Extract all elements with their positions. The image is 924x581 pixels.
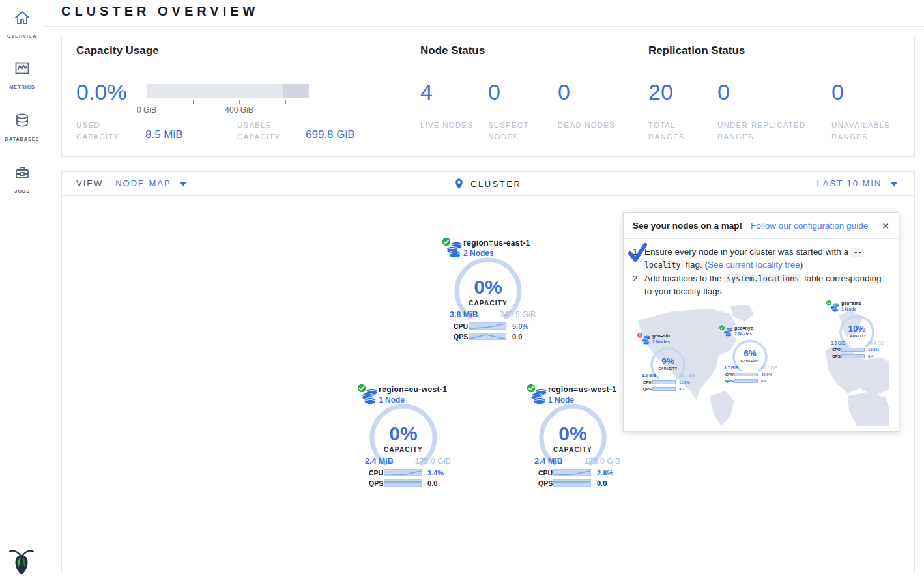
usable-capacity-value: 699.8 GiB: [306, 128, 355, 141]
preview-capacity-percent: 10%: [826, 324, 888, 333]
cpu-label: CPU: [725, 373, 734, 376]
step-text-part: flag. (: [683, 260, 708, 270]
preview-capacity-total: 34.4 GiB: [868, 341, 884, 345]
sidebar-item-metrics[interactable]: METRICS: [0, 60, 44, 91]
preview-capacity-percent: 9%: [637, 356, 699, 366]
node-map-area: region=us-east-1 2 Nodes 0% CAPACITY 3.8…: [62, 196, 914, 573]
cpu-label: CPU: [538, 469, 553, 477]
qps-sparkline: [734, 379, 758, 383]
node-map-region-card[interactable]: region=us-east-1 2 Nodes 0% CAPACITY 3.8…: [433, 236, 543, 347]
cockroachdb-logo[interactable]: [9, 547, 34, 576]
popup-steps: 1. Ensure every node in your cluster was…: [624, 239, 899, 298]
region-nodes-icon: [723, 327, 733, 337]
node-map-region-card[interactable]: region=us-west-1 1 Node 0% CAPACITY 2.4 …: [517, 383, 628, 494]
databases-icon: [14, 112, 31, 129]
step-text: Add locations to the system.locations ta…: [644, 272, 889, 299]
cpu-sparkline: [652, 380, 676, 384]
capacity-gauge-percent: 0%: [433, 276, 543, 298]
cpu-sparkline: [734, 373, 758, 376]
step-done-check-icon: [627, 242, 648, 263]
capacity-used: 3.8 MiB: [450, 310, 478, 319]
qps-label: QPS: [369, 479, 383, 487]
sidebar-item-label: JOBS: [14, 188, 30, 194]
page-title: CLUSTER OVERVIEW: [61, 4, 259, 19]
close-icon[interactable]: ✕: [882, 221, 889, 231]
preview-region-name: geo=nyc: [734, 326, 753, 330]
region-name: region=eu-west-1: [379, 385, 447, 394]
cpu-value: 3.4%: [427, 469, 444, 477]
cpu-sparkline: [469, 322, 506, 330]
unavailable-ranges-value: 0: [831, 79, 844, 105]
qps-value: 0.0: [512, 333, 522, 341]
step-text-part: Ensure every node in your cluster was st…: [644, 247, 851, 257]
qps-label: QPS: [725, 379, 734, 383]
preview-capacity-used: 3.6 GiB: [831, 341, 845, 345]
suspect-nodes-value: 0: [488, 79, 500, 105]
qps-label: QPS: [454, 333, 468, 341]
qps-label: QPS: [643, 387, 652, 391]
qps-sparkline: [553, 479, 591, 487]
sidebar-item-overview[interactable]: OVERVIEW: [0, 9, 44, 40]
time-range-selector[interactable]: LAST 10 MIN: [817, 178, 897, 188]
node-map-region-card[interactable]: region=eu-west-1 1 Node 0% CAPACITY 2.4 …: [348, 383, 459, 494]
popup-step-2: 2. Add locations to the system.locations…: [633, 272, 889, 299]
preview-region-nodes: 1 Node: [841, 307, 856, 311]
preview-capacity-label: CAPACITY: [719, 360, 781, 363]
popup-title: See your nodes on a map!: [633, 221, 742, 231]
node-map-config-popup: See your nodes on a map! Follow our conf…: [623, 212, 899, 432]
capacity-usage-title: Capacity Usage: [76, 44, 159, 57]
preview-capacity-used: 3.7 GiB: [724, 365, 738, 370]
sidebar-item-label: METRICS: [9, 84, 35, 90]
region-name: region=us-east-1: [463, 238, 530, 248]
live-nodes-value: 4: [420, 79, 433, 105]
qps-value: 4.7: [679, 387, 684, 391]
popup-header: See your nodes on a map! Follow our conf…: [624, 213, 899, 239]
cpu-value: 5.0%: [512, 322, 528, 330]
used-capacity-value: 8.5 MiB: [145, 128, 183, 141]
configuration-guide-link[interactable]: Follow our configuration guide: [751, 221, 868, 231]
unavailable-ranges-label: UNAVAILABLE RANGES: [831, 119, 910, 143]
popup-step-1: 1. Ensure every node in your cluster was…: [633, 246, 889, 272]
cpu-label: CPU: [832, 348, 841, 352]
region-nodes-icon: [641, 335, 651, 345]
time-range-label: LAST 10 MIN: [817, 178, 882, 188]
dead-nodes-label: DEAD NODES: [558, 119, 616, 131]
under-replicated-ranges-value: 0: [717, 79, 730, 105]
example-node-map-preview: geo=sfo 2 Nodes 9% CAPACITY 3.2 GiB 35.1…: [633, 305, 889, 426]
step-number: 2.: [633, 272, 644, 299]
capacity-gauge-percent: 0%: [348, 423, 459, 445]
capacity-used: 2.4 MiB: [534, 457, 563, 466]
capacity-bar: [147, 84, 309, 98]
locality-tree-link[interactable]: See current locality tree: [708, 260, 800, 270]
under-replicated-ranges-label: UNDER-REPLICATED RANGES: [717, 119, 825, 143]
step-text-part: ): [800, 260, 803, 270]
qps-value: 0.4: [868, 354, 873, 358]
qps-value: 0.0: [597, 479, 607, 487]
qps-label: QPS: [538, 479, 553, 487]
chevron-down-icon[interactable]: [891, 182, 897, 186]
sidebar: OVERVIEW METRICS DATABASES JOBS: [0, 0, 44, 581]
region-nodes-icon: [830, 302, 840, 312]
capacity-percent: 0.0%: [76, 79, 127, 105]
cpu-label: CPU: [454, 322, 468, 330]
capacity-total: 349.9 GiB: [499, 310, 536, 319]
preview-region-nodes: 2 Nodes: [652, 339, 670, 344]
suspect-nodes-label: SUSPECT NODES: [488, 119, 547, 143]
capacity-gauge-label: CAPACITY: [517, 446, 628, 453]
used-capacity-label: USED CAPACITY: [76, 119, 135, 143]
preview-capacity-total: 35.1 GiB: [679, 373, 695, 378]
cpu-sparkline: [553, 469, 591, 476]
region-name: region=us-west-1: [548, 385, 616, 394]
capacity-bar-reserved-segment: [283, 84, 309, 98]
cpu-value: 2.8%: [597, 469, 613, 477]
preview-region-nodes: 2 Nodes: [734, 332, 752, 336]
sidebar-item-jobs[interactable]: JOBS: [0, 164, 44, 195]
cpu-value: 12.3%: [868, 348, 879, 352]
sidebar-item-label: OVERVIEW: [7, 33, 38, 39]
preview-region-name: geo=ams: [841, 301, 861, 305]
capacity-total: 175.0 GiB: [414, 457, 451, 466]
breadcrumb-cluster[interactable]: CLUSTER: [470, 179, 521, 189]
preview-capacity-total: 65.7 GiB: [761, 365, 777, 370]
total-ranges-value: 20: [648, 79, 673, 105]
sidebar-item-databases[interactable]: DATABASES: [0, 112, 44, 143]
